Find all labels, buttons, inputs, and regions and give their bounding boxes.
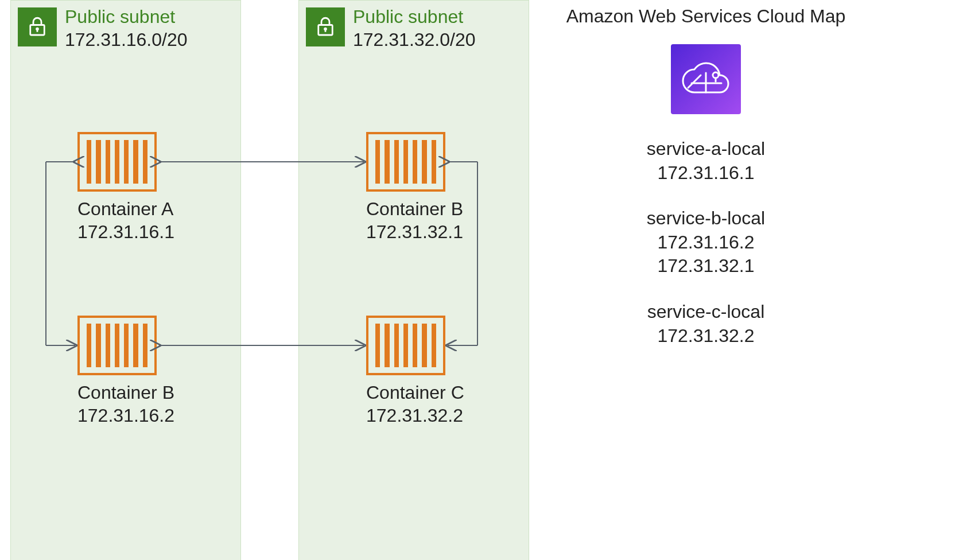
subnet-2-cidr: 172.31.32.0/20 xyxy=(353,30,476,49)
subnet-2-header: Public subnet 172.31.32.0/20 xyxy=(306,7,476,49)
container-icon xyxy=(77,316,157,375)
container-a-ip: 172.31.16.1 xyxy=(77,220,174,243)
service-b-ip1: 172.31.16.2 xyxy=(551,231,861,255)
subnet-1-title: Public subnet xyxy=(65,7,188,26)
cloud-map-icon xyxy=(671,44,741,114)
service-b: service-b-local 172.31.16.2 172.31.32.1 xyxy=(551,207,861,278)
lock-icon xyxy=(306,7,345,46)
container-a: Container A 172.31.16.1 xyxy=(77,132,174,243)
subnet-2-title: Public subnet xyxy=(353,7,476,26)
service-c-ip: 172.31.32.2 xyxy=(551,324,861,348)
service-a-ip: 172.31.16.1 xyxy=(551,161,861,185)
service-a: service-a-local 172.31.16.1 xyxy=(551,137,861,185)
subnet-2: Public subnet 172.31.32.0/20 xyxy=(298,0,529,560)
container-a-label: Container A xyxy=(77,197,174,220)
container-b-left: Container B 172.31.16.2 xyxy=(77,316,174,427)
cloud-map-title: Amazon Web Services Cloud Map xyxy=(551,6,861,27)
subnet-1-header: Public subnet 172.31.16.0/20 xyxy=(18,7,188,49)
service-a-name: service-a-local xyxy=(551,137,861,161)
container-b-left-label: Container B xyxy=(77,381,174,404)
subnet-1: Public subnet 172.31.16.0/20 xyxy=(10,0,241,560)
service-c: service-c-local 172.31.32.2 xyxy=(551,300,861,348)
container-c: Container C 172.31.32.2 xyxy=(366,316,464,427)
diagram-canvas: Public subnet 172.31.16.0/20 Public subn… xyxy=(0,0,963,560)
container-b-right-ip: 172.31.32.1 xyxy=(366,220,463,243)
service-c-name: service-c-local xyxy=(551,300,861,324)
service-b-ip2: 172.31.32.1 xyxy=(551,254,861,278)
container-c-ip: 172.31.32.2 xyxy=(366,404,464,427)
container-b-right-label: Container B xyxy=(366,197,463,220)
cloud-map-column: Amazon Web Services Cloud Map service-a-… xyxy=(551,6,861,370)
container-b-right: Container B 172.31.32.1 xyxy=(366,132,463,243)
container-icon xyxy=(366,132,445,192)
lock-icon xyxy=(18,7,57,46)
container-icon xyxy=(366,316,445,375)
service-b-name: service-b-local xyxy=(551,207,861,231)
container-c-label: Container C xyxy=(366,381,464,404)
container-icon xyxy=(77,132,157,192)
container-b-left-ip: 172.31.16.2 xyxy=(77,404,174,427)
subnet-1-cidr: 172.31.16.0/20 xyxy=(65,30,188,49)
svg-line-17 xyxy=(688,75,701,88)
